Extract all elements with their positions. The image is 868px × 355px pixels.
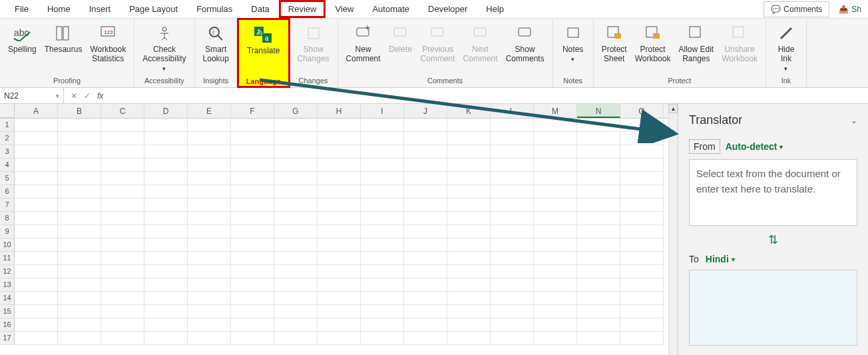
column-header[interactable]: A: [15, 104, 58, 118]
cell[interactable]: [144, 212, 188, 225]
cell[interactable]: [577, 132, 620, 145]
cell[interactable]: [101, 119, 144, 132]
cell[interactable]: [15, 212, 58, 225]
translate-button[interactable]: あaTranslate: [243, 21, 284, 76]
cell[interactable]: [361, 278, 404, 292]
row-header[interactable]: 8: [0, 212, 15, 225]
cell[interactable]: [361, 119, 404, 132]
cell[interactable]: [447, 225, 491, 238]
cell[interactable]: [58, 332, 101, 345]
cancel-icon[interactable]: ✕: [71, 91, 77, 101]
cell[interactable]: [231, 265, 274, 278]
cell[interactable]: [534, 292, 577, 305]
cell[interactable]: [491, 185, 534, 198]
cell[interactable]: [15, 278, 58, 292]
cell[interactable]: [577, 252, 620, 265]
cell[interactable]: [274, 172, 318, 185]
protect-sheet-button[interactable]: Protect Sheet: [598, 20, 631, 75]
enter-icon[interactable]: ✓: [84, 91, 91, 101]
swap-languages-button[interactable]: ⇅: [689, 232, 857, 247]
cell[interactable]: [620, 132, 664, 145]
cell[interactable]: [58, 225, 101, 238]
cell[interactable]: [101, 305, 144, 318]
cell[interactable]: [620, 198, 664, 212]
cell[interactable]: [101, 145, 144, 159]
cell[interactable]: [577, 212, 620, 225]
cell[interactable]: [447, 238, 491, 252]
cell[interactable]: [577, 185, 620, 198]
cell[interactable]: [447, 159, 491, 172]
cell[interactable]: [318, 318, 361, 332]
cell[interactable]: [318, 212, 361, 225]
column-header[interactable]: E: [188, 104, 231, 118]
cell[interactable]: [101, 278, 144, 292]
cell[interactable]: [491, 238, 534, 252]
cell[interactable]: [620, 159, 664, 172]
row-header[interactable]: 5: [0, 172, 15, 185]
cell[interactable]: [318, 185, 361, 198]
cell[interactable]: [534, 212, 577, 225]
cell[interactable]: [318, 172, 361, 185]
cell[interactable]: [274, 265, 318, 278]
cell[interactable]: [534, 318, 577, 332]
row-header[interactable]: 9: [0, 225, 15, 238]
cell[interactable]: [491, 225, 534, 238]
column-header[interactable]: F: [231, 104, 274, 118]
cell[interactable]: [144, 305, 188, 318]
cell[interactable]: [188, 198, 231, 212]
cell[interactable]: [144, 132, 188, 145]
protect-workbook-button[interactable]: Protect Workbook: [631, 20, 675, 75]
cell[interactable]: [318, 252, 361, 265]
cell[interactable]: [15, 185, 58, 198]
cell[interactable]: [101, 238, 144, 252]
cell[interactable]: [231, 292, 274, 305]
cell[interactable]: [620, 145, 664, 159]
cell[interactable]: [188, 185, 231, 198]
cell[interactable]: [491, 292, 534, 305]
workbook-stats-button[interactable]: 123Workbook Statistics: [86, 20, 130, 75]
cell[interactable]: [534, 145, 577, 159]
cell[interactable]: [15, 172, 58, 185]
cell[interactable]: [231, 278, 274, 292]
cell[interactable]: [361, 252, 404, 265]
cell[interactable]: [58, 252, 101, 265]
column-header[interactable]: I: [361, 104, 404, 118]
cell[interactable]: [620, 278, 664, 292]
cell[interactable]: [620, 305, 664, 318]
cell[interactable]: [274, 238, 318, 252]
cell[interactable]: [58, 305, 101, 318]
cell[interactable]: [274, 305, 318, 318]
cell[interactable]: [534, 159, 577, 172]
cell[interactable]: [188, 305, 231, 318]
cell[interactable]: [404, 225, 447, 238]
cell[interactable]: [58, 212, 101, 225]
translate-input[interactable]: Select text from the document or enter t…: [689, 159, 857, 226]
cell[interactable]: [404, 132, 447, 145]
cell[interactable]: [318, 225, 361, 238]
cell[interactable]: [534, 252, 577, 265]
cell[interactable]: [404, 185, 447, 198]
cell[interactable]: [58, 119, 101, 132]
tab-view[interactable]: View: [326, 0, 363, 18]
cell[interactable]: [620, 292, 664, 305]
cell[interactable]: [577, 332, 620, 345]
cell[interactable]: [361, 238, 404, 252]
cell[interactable]: [534, 132, 577, 145]
column-header[interactable]: N: [577, 104, 620, 118]
cell[interactable]: [620, 318, 664, 332]
cell[interactable]: [361, 172, 404, 185]
cell[interactable]: [361, 265, 404, 278]
cell[interactable]: [620, 252, 664, 265]
cell[interactable]: [534, 198, 577, 212]
cell[interactable]: [404, 332, 447, 345]
hide-ink-button[interactable]: Hide Ink▾: [770, 20, 802, 75]
cell[interactable]: [361, 185, 404, 198]
cell[interactable]: [144, 318, 188, 332]
cell[interactable]: [318, 119, 361, 132]
cell[interactable]: [58, 278, 101, 292]
cell[interactable]: [15, 332, 58, 345]
column-header[interactable]: C: [101, 104, 144, 118]
row-header[interactable]: 12: [0, 265, 15, 278]
cell[interactable]: [447, 305, 491, 318]
cell[interactable]: [447, 132, 491, 145]
